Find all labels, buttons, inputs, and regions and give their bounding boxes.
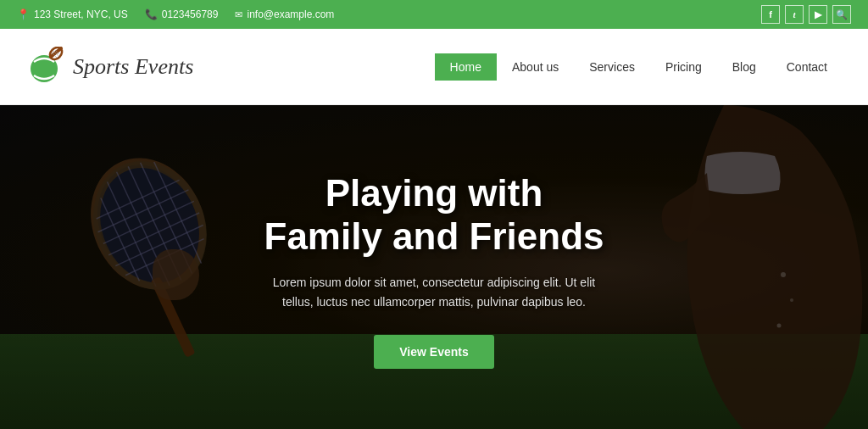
phone-info: 📞 0123456789 bbox=[145, 8, 219, 20]
email-icon: ✉ bbox=[235, 9, 242, 20]
phone-text: 0123456789 bbox=[162, 8, 219, 20]
nav-home[interactable]: Home bbox=[435, 53, 497, 81]
view-events-button[interactable]: View Events bbox=[374, 335, 493, 369]
email-info: ✉ info@example.com bbox=[235, 8, 334, 20]
twitter-icon[interactable]: t bbox=[785, 5, 804, 24]
search-icon[interactable]: 🔍 bbox=[832, 5, 851, 24]
logo[interactable]: Sports Events bbox=[25, 47, 193, 87]
hero-title: Playing withFamily and Friends bbox=[256, 172, 612, 258]
facebook-icon[interactable]: f bbox=[761, 5, 780, 24]
logo-text: Sports Events bbox=[73, 54, 193, 80]
logo-icon bbox=[25, 47, 66, 87]
email-text: info@example.com bbox=[247, 8, 334, 20]
hero-section: Playing withFamily and Friends Lorem ips… bbox=[0, 105, 868, 429]
header: Sports Events Home About us Services Pri… bbox=[0, 29, 868, 105]
nav-services[interactable]: Services bbox=[574, 53, 650, 81]
nav-about[interactable]: About us bbox=[497, 53, 574, 81]
youtube-icon[interactable]: ▶ bbox=[809, 5, 827, 24]
hero-subtitle: Lorem ipsum dolor sit amet, consectetur … bbox=[256, 273, 612, 311]
navigation: Home About us Services Pricing Blog Cont… bbox=[435, 53, 843, 81]
nav-pricing[interactable]: Pricing bbox=[650, 53, 717, 81]
top-bar-contact: 📍 123 Street, NYC, US 📞 0123456789 ✉ inf… bbox=[17, 8, 334, 20]
top-bar: 📍 123 Street, NYC, US 📞 0123456789 ✉ inf… bbox=[0, 0, 868, 29]
nav-contact[interactable]: Contact bbox=[771, 53, 843, 81]
social-links: f t ▶ 🔍 bbox=[761, 5, 851, 24]
location-icon: 📍 bbox=[17, 8, 30, 20]
address-text: 123 Street, NYC, US bbox=[34, 8, 128, 20]
address-info: 📍 123 Street, NYC, US bbox=[17, 8, 128, 20]
phone-icon: 📞 bbox=[145, 8, 158, 20]
hero-content: Playing withFamily and Friends Lorem ips… bbox=[239, 155, 629, 386]
nav-blog[interactable]: Blog bbox=[717, 53, 771, 81]
